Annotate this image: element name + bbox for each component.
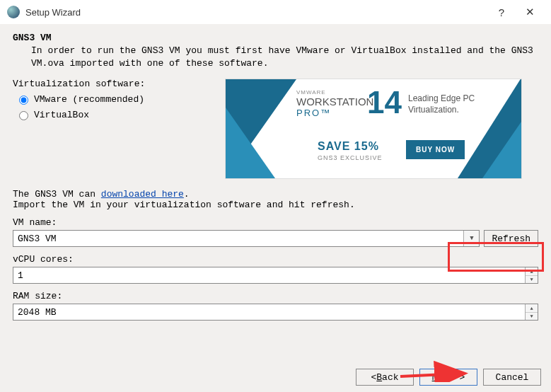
vm-name-value: GNS3 VM <box>18 234 57 244</box>
buy-now-button[interactable]: BUY NOW <box>406 140 465 159</box>
radio-vmware[interactable]: VMware (recommended) <box>16 93 225 105</box>
back-button[interactable]: < Back <box>356 369 414 386</box>
radio-virtualbox[interactable]: VirtualBox <box>16 109 225 120</box>
wizard-content: GNS3 VM In order to run the GNS3 VM you … <box>0 24 551 362</box>
page-heading: GNS3 VM <box>13 33 538 43</box>
cancel-button[interactable]: Cancel <box>483 369 541 386</box>
next-button[interactable]: Next > <box>419 369 477 386</box>
ram-label: RAM size: <box>13 291 538 301</box>
banner-save: SAVE 15% <box>318 140 379 153</box>
vcpu-label: vCPU cores: <box>13 254 538 265</box>
ram-up[interactable]: ▲ <box>526 304 538 313</box>
vcpu-value: 1 <box>18 270 23 281</box>
virtualization-label: Virtualization software: <box>13 79 225 89</box>
radio-vmware-label: VMware (recommended) <box>34 94 144 105</box>
wizard-button-row: < Back Next > Cancel <box>0 362 551 392</box>
banner-vendor: VMWARE <box>296 89 373 96</box>
help-button[interactable]: ? <box>487 1 516 23</box>
radio-vmware-input[interactable] <box>19 96 28 105</box>
app-icon <box>7 6 20 18</box>
ram-down[interactable]: ▼ <box>526 313 538 321</box>
download-link[interactable]: downloaded here <box>101 189 184 200</box>
vm-name-dropdown-arrow[interactable]: ▼ <box>463 231 479 246</box>
banner-save-sub: GNS3 EXCLUSIVE <box>318 154 383 161</box>
vm-name-combo[interactable]: GNS3 VM ▼ <box>13 230 480 247</box>
titlebar: Setup Wizard ? ✕ <box>0 0 551 24</box>
page-description: In order to run the GNS3 VM you must fir… <box>31 45 538 70</box>
vm-name-label: VM name: <box>13 217 538 228</box>
banner-tagline: Leading Edge PC Virtualization. <box>408 93 475 115</box>
ram-value: 2048 MB <box>18 307 57 318</box>
vcpu-up[interactable]: ▲ <box>526 267 538 276</box>
radio-virtualbox-input[interactable] <box>19 111 28 120</box>
ram-spinbox[interactable]: 2048 MB ▲ ▼ <box>13 304 538 321</box>
import-instruction: Import the VM in your virtualization sof… <box>13 200 538 210</box>
banner-product: WORKSTATION <box>296 96 373 108</box>
vcpu-down[interactable]: ▼ <box>526 276 538 284</box>
window-title: Setup Wizard <box>25 7 81 18</box>
vcpu-spinbox[interactable]: 1 ▲ ▼ <box>13 267 538 284</box>
close-button[interactable]: ✕ <box>516 1 544 23</box>
banner-edition: PRO™ <box>296 108 373 118</box>
radio-virtualbox-label: VirtualBox <box>34 110 89 120</box>
banner-version: 14 <box>367 85 402 120</box>
download-text: The GNS3 VM can downloaded here. <box>13 189 538 200</box>
promo-banner: VMWARE WORKSTATION PRO™ 14 Leading Edge … <box>225 79 522 179</box>
refresh-button[interactable]: Refresh <box>484 230 538 247</box>
